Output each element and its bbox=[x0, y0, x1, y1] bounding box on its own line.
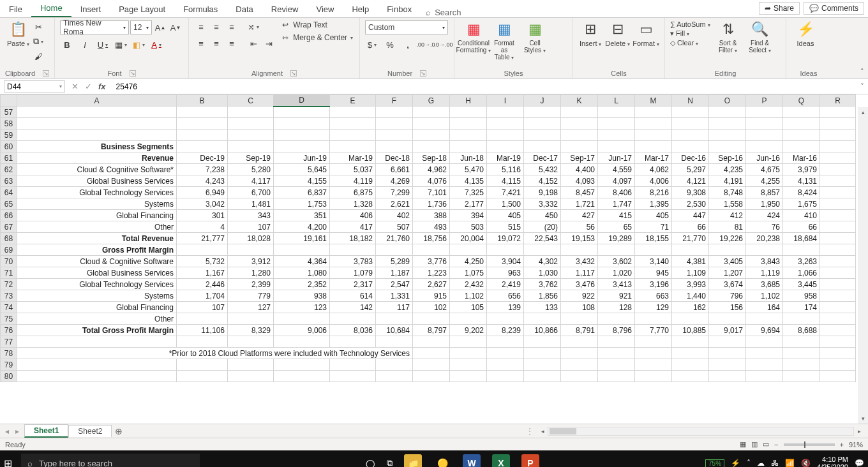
row-header-78[interactable]: 78 bbox=[1, 348, 17, 359]
tab-data[interactable]: Data bbox=[227, 2, 262, 17]
row-header-69[interactable]: 69 bbox=[1, 244, 17, 256]
cell-J59[interactable] bbox=[524, 130, 561, 141]
cell-B64[interactable]: 6,949 bbox=[177, 187, 228, 198]
sort-filter-button[interactable]: ⇅Sort & Filter bbox=[714, 20, 742, 54]
cell-L71[interactable]: 1,020 bbox=[598, 267, 635, 279]
tab-file[interactable]: File bbox=[0, 2, 31, 17]
cell-Q61[interactable]: Mar-16 bbox=[783, 152, 820, 164]
cell-P63[interactable]: 4,255 bbox=[746, 175, 783, 187]
cell-L64[interactable]: 8,406 bbox=[598, 187, 635, 198]
cell-N73[interactable]: 1,440 bbox=[672, 290, 709, 302]
cell-R79[interactable] bbox=[820, 359, 856, 371]
cell-N63[interactable]: 4,121 bbox=[672, 175, 709, 187]
cell-F70[interactable]: 5,289 bbox=[376, 256, 413, 267]
cell-G78[interactable] bbox=[413, 348, 450, 359]
cell-L70[interactable]: 3,602 bbox=[598, 256, 635, 267]
cell-B61[interactable]: Dec-19 bbox=[177, 152, 228, 164]
cell-M60[interactable] bbox=[635, 141, 672, 152]
cell-B59[interactable] bbox=[177, 130, 228, 141]
cell-Q78[interactable] bbox=[783, 348, 820, 359]
cell-A60[interactable]: Business Segments bbox=[17, 141, 177, 152]
cell-M70[interactable]: 3,140 bbox=[635, 256, 672, 267]
border-button[interactable]: ▦ bbox=[114, 38, 128, 51]
cell-R76[interactable] bbox=[820, 325, 856, 336]
font-color-button[interactable]: A bbox=[149, 38, 163, 51]
cell-A79[interactable] bbox=[17, 359, 177, 371]
cortana-button[interactable]: ◯ bbox=[366, 459, 375, 468]
cell-R74[interactable] bbox=[820, 302, 856, 313]
cell-N70[interactable]: 4,381 bbox=[672, 256, 709, 267]
cell-R73[interactable] bbox=[820, 290, 856, 302]
cell-L69[interactable] bbox=[598, 244, 635, 256]
cell-Q74[interactable]: 174 bbox=[783, 302, 820, 313]
cell-B76[interactable]: 11,106 bbox=[177, 325, 228, 336]
row-header-61[interactable]: 61 bbox=[1, 152, 17, 164]
formula-input[interactable]: 25476 bbox=[111, 79, 857, 94]
cell-N67[interactable]: 66 bbox=[672, 221, 709, 233]
cell-I58[interactable] bbox=[487, 118, 524, 130]
taskbar-search[interactable]: ⌕ Type here to search bbox=[21, 454, 200, 467]
cell-F62[interactable]: 6,661 bbox=[376, 164, 413, 175]
cell-D60[interactable] bbox=[274, 141, 330, 152]
tab-formulas[interactable]: Formulas bbox=[174, 2, 227, 17]
cell-K62[interactable]: 4,400 bbox=[561, 164, 598, 175]
cell-K73[interactable]: 922 bbox=[561, 290, 598, 302]
cell-H79[interactable] bbox=[450, 359, 487, 371]
cell-D65[interactable]: 1,753 bbox=[274, 198, 330, 210]
cell-Q57[interactable] bbox=[783, 107, 820, 118]
share-button[interactable]: ➦Share bbox=[759, 2, 800, 15]
cell-P57[interactable] bbox=[746, 107, 783, 118]
cell-M75[interactable] bbox=[635, 313, 672, 325]
number-launcher[interactable]: ↘ bbox=[420, 70, 426, 77]
cut-button[interactable]: ✂ bbox=[31, 20, 45, 33]
system-clock[interactable]: 4:10 PM 4/25/2020 bbox=[817, 456, 848, 467]
cell-I74[interactable]: 139 bbox=[487, 302, 524, 313]
cell-E80[interactable] bbox=[330, 371, 376, 382]
fill-button[interactable]: ▾ Fill bbox=[670, 29, 710, 38]
cell-K63[interactable]: 4,093 bbox=[561, 175, 598, 187]
cell-P79[interactable] bbox=[746, 359, 783, 371]
column-header-D[interactable]: D bbox=[274, 95, 330, 107]
cell-N71[interactable]: 1,109 bbox=[672, 267, 709, 279]
insert-cells-button[interactable]: ⊞Insert bbox=[578, 20, 602, 47]
scroll-up-button[interactable]: ▴ bbox=[858, 107, 868, 117]
cell-I79[interactable] bbox=[487, 359, 524, 371]
cell-K69[interactable] bbox=[561, 244, 598, 256]
cell-G77[interactable] bbox=[413, 336, 450, 348]
cell-A58[interactable] bbox=[17, 118, 177, 130]
cell-E60[interactable] bbox=[330, 141, 376, 152]
column-header-A[interactable]: A bbox=[17, 95, 177, 107]
cell-H59[interactable] bbox=[450, 130, 487, 141]
taskbar-app-excel[interactable]: X bbox=[492, 454, 510, 467]
taskbar-app-word[interactable]: W bbox=[463, 454, 481, 467]
cell-I62[interactable]: 5,116 bbox=[487, 164, 524, 175]
cell-P61[interactable]: Jun-16 bbox=[746, 152, 783, 164]
cell-A66[interactable]: Global Financing bbox=[17, 210, 177, 221]
row-header-80[interactable]: 80 bbox=[1, 371, 17, 382]
cell-Q80[interactable] bbox=[783, 371, 820, 382]
cell-M80[interactable] bbox=[635, 371, 672, 382]
cell-Q60[interactable] bbox=[783, 141, 820, 152]
row-header-60[interactable]: 60 bbox=[1, 141, 17, 152]
orientation-button[interactable]: ⤭ bbox=[246, 20, 260, 33]
row-header-72[interactable]: 72 bbox=[1, 279, 17, 290]
cell-D58[interactable] bbox=[274, 118, 330, 130]
cell-O67[interactable]: 81 bbox=[709, 221, 746, 233]
cell-L58[interactable] bbox=[598, 118, 635, 130]
cell-J64[interactable]: 9,198 bbox=[524, 187, 561, 198]
cell-G65[interactable]: 1,736 bbox=[413, 198, 450, 210]
cell-C77[interactable] bbox=[228, 336, 274, 348]
cell-L77[interactable] bbox=[598, 336, 635, 348]
cell-G74[interactable]: 102 bbox=[413, 302, 450, 313]
cell-M66[interactable]: 405 bbox=[635, 210, 672, 221]
name-box[interactable]: D44▾ bbox=[4, 80, 65, 93]
cell-G75[interactable] bbox=[413, 313, 450, 325]
cell-M64[interactable]: 8,216 bbox=[635, 187, 672, 198]
taskbar-app-powerpoint[interactable]: P bbox=[521, 454, 539, 467]
cell-G58[interactable] bbox=[413, 118, 450, 130]
cell-H62[interactable]: 5,470 bbox=[450, 164, 487, 175]
cell-O72[interactable]: 3,674 bbox=[709, 279, 746, 290]
cell-N69[interactable] bbox=[672, 244, 709, 256]
row-header-63[interactable]: 63 bbox=[1, 175, 17, 187]
cell-K77[interactable] bbox=[561, 336, 598, 348]
